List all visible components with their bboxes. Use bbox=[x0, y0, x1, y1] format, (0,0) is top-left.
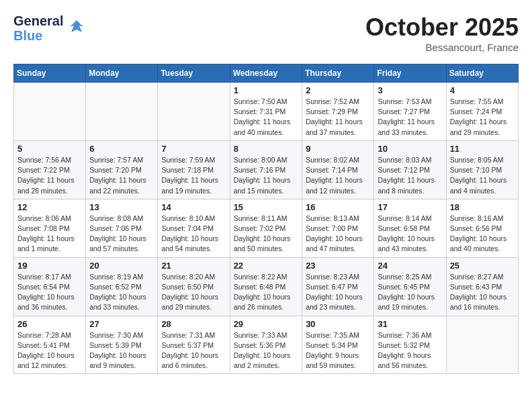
table-row: 20Sunrise: 8:19 AM Sunset: 6:52 PM Dayli… bbox=[86, 257, 158, 316]
svg-marker-0 bbox=[70, 20, 83, 32]
table-row bbox=[14, 83, 86, 141]
day-info: Sunrise: 8:06 AM Sunset: 7:08 PM Dayligh… bbox=[17, 214, 82, 255]
table-row bbox=[446, 316, 518, 374]
table-row: 22Sunrise: 8:22 AM Sunset: 6:48 PM Dayli… bbox=[230, 257, 302, 316]
logo-icon bbox=[67, 17, 86, 39]
table-row: 7Sunrise: 7:59 AM Sunset: 7:18 PM Daylig… bbox=[158, 140, 230, 199]
day-info: Sunrise: 8:08 AM Sunset: 7:06 PM Dayligh… bbox=[89, 214, 154, 255]
table-row: 30Sunrise: 7:35 AM Sunset: 5:34 PM Dayli… bbox=[302, 316, 374, 374]
day-info: Sunrise: 7:35 AM Sunset: 5:34 PM Dayligh… bbox=[306, 330, 370, 371]
table-row: 25Sunrise: 8:27 AM Sunset: 6:43 PM Dayli… bbox=[446, 257, 518, 316]
header-friday: Friday bbox=[374, 64, 446, 83]
day-info: Sunrise: 7:57 AM Sunset: 7:20 PM Dayligh… bbox=[89, 155, 154, 196]
day-info: Sunrise: 8:13 AM Sunset: 7:00 PM Dayligh… bbox=[306, 214, 370, 255]
day-number: 26 bbox=[17, 319, 82, 329]
day-info: Sunrise: 7:52 AM Sunset: 7:29 PM Dayligh… bbox=[306, 97, 370, 138]
month-title: October 2025 bbox=[365, 13, 519, 42]
calendar-header-row: Sunday Monday Tuesday Wednesday Thursday… bbox=[14, 64, 519, 83]
day-info: Sunrise: 7:30 AM Sunset: 5:39 PM Dayligh… bbox=[89, 330, 154, 371]
day-number: 17 bbox=[378, 202, 442, 212]
day-number: 3 bbox=[378, 85, 442, 95]
day-number: 16 bbox=[306, 202, 370, 212]
calendar-week-2: 5Sunrise: 7:56 AM Sunset: 7:22 PM Daylig… bbox=[14, 140, 519, 199]
day-number: 14 bbox=[161, 202, 226, 212]
day-number: 27 bbox=[89, 319, 154, 329]
table-row: 27Sunrise: 7:30 AM Sunset: 5:39 PM Dayli… bbox=[86, 316, 158, 374]
day-number: 11 bbox=[450, 144, 515, 154]
table-row: 15Sunrise: 8:11 AM Sunset: 7:02 PM Dayli… bbox=[230, 199, 302, 257]
logo: General Blue bbox=[13, 13, 86, 43]
calendar-week-3: 12Sunrise: 8:06 AM Sunset: 7:08 PM Dayli… bbox=[14, 199, 519, 257]
header-tuesday: Tuesday bbox=[158, 64, 230, 83]
day-info: Sunrise: 8:16 AM Sunset: 6:56 PM Dayligh… bbox=[450, 214, 515, 255]
day-number: 22 bbox=[234, 261, 299, 271]
day-info: Sunrise: 8:00 AM Sunset: 7:16 PM Dayligh… bbox=[234, 155, 299, 196]
table-row: 14Sunrise: 8:10 AM Sunset: 7:04 PM Dayli… bbox=[158, 199, 230, 257]
header-thursday: Thursday bbox=[302, 64, 374, 83]
table-row: 5Sunrise: 7:56 AM Sunset: 7:22 PM Daylig… bbox=[14, 140, 86, 199]
day-number: 19 bbox=[17, 261, 82, 271]
table-row bbox=[86, 83, 158, 141]
day-info: Sunrise: 7:31 AM Sunset: 5:37 PM Dayligh… bbox=[161, 330, 226, 371]
day-number: 10 bbox=[378, 144, 442, 154]
day-number: 31 bbox=[378, 319, 442, 329]
day-number: 15 bbox=[234, 202, 299, 212]
day-info: Sunrise: 8:03 AM Sunset: 7:12 PM Dayligh… bbox=[378, 155, 442, 196]
day-info: Sunrise: 7:36 AM Sunset: 5:32 PM Dayligh… bbox=[378, 330, 442, 371]
table-row: 2Sunrise: 7:52 AM Sunset: 7:29 PM Daylig… bbox=[302, 83, 374, 141]
day-info: Sunrise: 8:02 AM Sunset: 7:14 PM Dayligh… bbox=[306, 155, 370, 196]
day-info: Sunrise: 7:33 AM Sunset: 5:36 PM Dayligh… bbox=[234, 330, 299, 371]
calendar-week-4: 19Sunrise: 8:17 AM Sunset: 6:54 PM Dayli… bbox=[14, 257, 519, 316]
day-number: 7 bbox=[161, 144, 226, 154]
day-info: Sunrise: 7:56 AM Sunset: 7:22 PM Dayligh… bbox=[17, 155, 82, 196]
table-row: 6Sunrise: 7:57 AM Sunset: 7:20 PM Daylig… bbox=[86, 140, 158, 199]
table-row: 16Sunrise: 8:13 AM Sunset: 7:00 PM Dayli… bbox=[302, 199, 374, 257]
title-block: October 2025 Bessancourt, France bbox=[365, 13, 519, 53]
day-number: 1 bbox=[234, 85, 299, 95]
calendar-table: Sunday Monday Tuesday Wednesday Thursday… bbox=[13, 64, 519, 374]
day-number: 4 bbox=[450, 85, 515, 95]
table-row: 12Sunrise: 8:06 AM Sunset: 7:08 PM Dayli… bbox=[14, 199, 86, 257]
table-row: 24Sunrise: 8:25 AM Sunset: 6:45 PM Dayli… bbox=[374, 257, 446, 316]
table-row: 11Sunrise: 8:05 AM Sunset: 7:10 PM Dayli… bbox=[446, 140, 518, 199]
day-info: Sunrise: 8:23 AM Sunset: 6:47 PM Dayligh… bbox=[306, 272, 370, 313]
table-row: 31Sunrise: 7:36 AM Sunset: 5:32 PM Dayli… bbox=[374, 316, 446, 374]
day-info: Sunrise: 7:28 AM Sunset: 5:41 PM Dayligh… bbox=[17, 330, 82, 371]
day-number: 28 bbox=[161, 319, 226, 329]
table-row: 29Sunrise: 7:33 AM Sunset: 5:36 PM Dayli… bbox=[230, 316, 302, 374]
page-header: General Blue October 2025 Bessancourt, F… bbox=[13, 13, 519, 53]
table-row: 17Sunrise: 8:14 AM Sunset: 6:58 PM Dayli… bbox=[374, 199, 446, 257]
day-number: 12 bbox=[17, 202, 82, 212]
day-number: 6 bbox=[89, 144, 154, 154]
table-row: 13Sunrise: 8:08 AM Sunset: 7:06 PM Dayli… bbox=[86, 199, 158, 257]
logo-blue: Blue bbox=[13, 28, 63, 43]
table-row: 10Sunrise: 8:03 AM Sunset: 7:12 PM Dayli… bbox=[374, 140, 446, 199]
table-row: 26Sunrise: 7:28 AM Sunset: 5:41 PM Dayli… bbox=[14, 316, 86, 374]
location: Bessancourt, France bbox=[365, 42, 519, 53]
day-number: 25 bbox=[450, 261, 515, 271]
table-row: 21Sunrise: 8:20 AM Sunset: 6:50 PM Dayli… bbox=[158, 257, 230, 316]
day-info: Sunrise: 8:25 AM Sunset: 6:45 PM Dayligh… bbox=[378, 272, 442, 313]
table-row: 28Sunrise: 7:31 AM Sunset: 5:37 PM Dayli… bbox=[158, 316, 230, 374]
day-number: 9 bbox=[306, 144, 370, 154]
day-info: Sunrise: 8:20 AM Sunset: 6:50 PM Dayligh… bbox=[161, 272, 226, 313]
calendar-week-1: 1Sunrise: 7:50 AM Sunset: 7:31 PM Daylig… bbox=[14, 83, 519, 141]
header-wednesday: Wednesday bbox=[230, 64, 302, 83]
day-info: Sunrise: 7:55 AM Sunset: 7:24 PM Dayligh… bbox=[450, 97, 515, 138]
calendar-week-5: 26Sunrise: 7:28 AM Sunset: 5:41 PM Dayli… bbox=[14, 316, 519, 374]
logo-general: General bbox=[13, 13, 63, 28]
table-row: 1Sunrise: 7:50 AM Sunset: 7:31 PM Daylig… bbox=[230, 83, 302, 141]
header-monday: Monday bbox=[86, 64, 158, 83]
day-info: Sunrise: 8:05 AM Sunset: 7:10 PM Dayligh… bbox=[450, 155, 515, 196]
day-number: 2 bbox=[306, 85, 370, 95]
table-row: 3Sunrise: 7:53 AM Sunset: 7:27 PM Daylig… bbox=[374, 83, 446, 141]
day-info: Sunrise: 8:17 AM Sunset: 6:54 PM Dayligh… bbox=[17, 272, 82, 313]
table-row: 18Sunrise: 8:16 AM Sunset: 6:56 PM Dayli… bbox=[446, 199, 518, 257]
day-info: Sunrise: 7:53 AM Sunset: 7:27 PM Dayligh… bbox=[378, 97, 442, 138]
day-info: Sunrise: 7:50 AM Sunset: 7:31 PM Dayligh… bbox=[234, 97, 299, 138]
table-row: 8Sunrise: 8:00 AM Sunset: 7:16 PM Daylig… bbox=[230, 140, 302, 199]
day-info: Sunrise: 8:22 AM Sunset: 6:48 PM Dayligh… bbox=[234, 272, 299, 313]
day-info: Sunrise: 7:59 AM Sunset: 7:18 PM Dayligh… bbox=[161, 155, 226, 196]
day-number: 5 bbox=[17, 144, 82, 154]
day-number: 13 bbox=[89, 202, 154, 212]
